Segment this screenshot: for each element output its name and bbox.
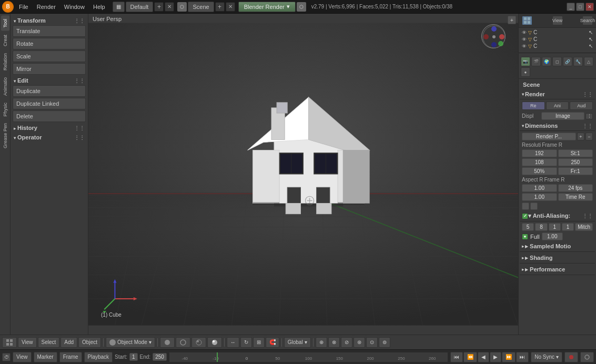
tab-relation[interactable]: Relation	[1, 50, 9, 74]
tab-animation[interactable]: Animatio	[1, 74, 9, 99]
res-x-input[interactable]: 192	[522, 149, 557, 157]
transform-btn[interactable]: ↔	[227, 337, 239, 348]
start-value[interactable]: 1	[129, 353, 138, 361]
maximize-btn[interactable]: □	[576, 3, 584, 11]
displ-value[interactable]: Image	[541, 112, 584, 120]
workspace-add-btn[interactable]: +	[154, 2, 164, 12]
render-preset-add[interactable]: +	[577, 133, 584, 140]
displ-extra-btn[interactable]: ⋮	[585, 113, 593, 119]
aa-checkbox[interactable]: ✓	[522, 213, 528, 219]
aa-render-toggle2[interactable]	[530, 203, 538, 210]
scene-props-icon[interactable]: 🎬	[531, 57, 541, 66]
edit-section-header[interactable]: ▾Edit ⋮⋮	[13, 76, 86, 85]
timeline-view-btn[interactable]: View	[13, 352, 32, 362]
sync-select[interactable]: No Sync ▾	[531, 352, 562, 362]
res-y-input[interactable]: 108	[522, 158, 557, 166]
render-menu[interactable]: Render	[33, 3, 60, 11]
nav-gizmo[interactable]	[481, 24, 508, 50]
aa-full-val[interactable]: 1.00	[542, 232, 563, 240]
timeline-marker-btn[interactable]: Marker	[34, 352, 57, 362]
modifier-icon[interactable]: 🔧	[573, 57, 583, 66]
render-preset-remove[interactable]: −	[585, 133, 593, 140]
transform-section-header[interactable]: ▾Transform ⋮⋮	[13, 16, 86, 25]
viewport-extra-btn1[interactable]: ⊕	[316, 337, 327, 348]
window-menu[interactable]: Window	[60, 3, 89, 11]
render-props-icon[interactable]: 📷	[521, 57, 530, 66]
play-reverse-btn[interactable]: ◀	[478, 352, 489, 362]
rp-tab-search[interactable]: Search	[582, 16, 593, 25]
time-remap-input[interactable]: Time Re	[558, 193, 593, 201]
scene-add-btn[interactable]: +	[215, 2, 225, 12]
aa-render-toggle[interactable]	[522, 203, 529, 210]
shading-section-header[interactable]: ▸ ▸ Shading	[520, 253, 595, 264]
rp-tab-view[interactable]: View	[552, 16, 563, 25]
tab-physics[interactable]: Physic	[1, 99, 9, 120]
next-frame-btn[interactable]: ⏩	[502, 352, 516, 362]
jump-start-btn[interactable]: ⏮	[450, 352, 463, 362]
world-props-icon[interactable]: 🌍	[542, 57, 551, 66]
outliner-item-1[interactable]: 👁 ▽ C ↖	[521, 29, 594, 36]
wireframe-btn[interactable]	[176, 337, 190, 348]
scene-close-btn[interactable]: ✕	[226, 2, 235, 12]
file-menu[interactable]: File	[15, 3, 33, 11]
asp-y-input[interactable]: 1.00	[522, 193, 557, 201]
aa-val4[interactable]: 1	[562, 223, 574, 231]
asp-x-input[interactable]: 1.00	[522, 184, 557, 192]
history-section-header[interactable]: ▸History ⋮⋮	[13, 123, 86, 133]
viewport-extra-btn2[interactable]: ⊗	[328, 337, 340, 348]
aa-val2[interactable]: 8	[535, 223, 547, 231]
help-menu[interactable]: Help	[89, 3, 109, 11]
sampled-section-header[interactable]: ▸ ▸ Sampled Motio	[520, 241, 595, 252]
viewport-icon-btn[interactable]	[2, 337, 17, 348]
viewport-extra-btn4[interactable]: ⊛	[353, 337, 365, 348]
select-menu-btn[interactable]: Select	[38, 337, 60, 348]
add-menu-btn[interactable]: Add	[60, 337, 77, 348]
tab-tool[interactable]: Tool	[1, 16, 9, 31]
viewport-extra-btn3[interactable]: ⊘	[341, 337, 352, 348]
constraint-icon[interactable]: 🔗	[563, 57, 572, 66]
render-preset-input[interactable]: Render P...	[522, 133, 576, 140]
close-btn[interactable]: ✕	[585, 3, 594, 11]
end-value[interactable]: 250	[153, 353, 167, 361]
start-input[interactable]: St:1	[558, 149, 593, 157]
mode-select[interactable]: Object Mode ▾	[106, 337, 155, 348]
material-view-btn[interactable]	[191, 337, 206, 348]
timeline-frame-btn[interactable]: Frame	[59, 352, 82, 362]
performance-section-header[interactable]: ▸ ▸ Performance	[520, 265, 595, 275]
rendered-btn[interactable]	[207, 337, 222, 348]
record-btn2[interactable]	[580, 352, 594, 362]
mirror-btn[interactable]: Mirror	[13, 63, 86, 75]
solid-view-btn[interactable]	[160, 337, 175, 348]
timeline-ruler[interactable]: -40 -10 0 50 100 150 200 250 260	[169, 352, 448, 362]
outliner-item-2[interactable]: 👁 ▽ C ↖	[521, 36, 594, 43]
outliner-item-3[interactable]: 👁 ▽ C ↖	[521, 43, 594, 49]
viewport-extra-btn6[interactable]: ⊚	[379, 337, 390, 348]
workspace-close-btn[interactable]: ✕	[165, 2, 174, 12]
tab-create[interactable]: Creat	[1, 32, 9, 49]
aa-filter[interactable]: Mitch	[575, 223, 593, 231]
delete-btn[interactable]: Delete	[13, 110, 86, 122]
rst-anim[interactable]: Ani	[546, 102, 569, 110]
data-icon[interactable]: △	[584, 57, 593, 66]
3d-viewport[interactable]: User Persp + (1) Cube	[88, 14, 518, 335]
workspace-icon-btn[interactable]: ▦	[113, 2, 125, 12]
translate-btn[interactable]: Translate	[13, 25, 86, 37]
scene-name[interactable]: Scene	[188, 2, 214, 12]
rst-aud[interactable]: Aud	[570, 102, 593, 110]
aa-val1[interactable]: 5	[522, 223, 534, 231]
frame-current-input[interactable]: Fr:1	[558, 167, 593, 175]
view-menu-btn[interactable]: View	[18, 337, 37, 348]
timeline-icon[interactable]: ⏱	[2, 353, 11, 361]
scale-btn[interactable]: Scale	[13, 50, 86, 62]
rotate-btn[interactable]: Rotate	[13, 38, 86, 49]
snap-btn[interactable]: 🧲	[266, 337, 279, 348]
record-btn1[interactable]	[564, 352, 578, 362]
operator-section-header[interactable]: ▾Operator ⋮⋮	[13, 133, 86, 142]
rst-render[interactable]: Re	[522, 102, 545, 110]
jump-end-btn[interactable]: ⏭	[516, 352, 529, 362]
tab-grease-pen[interactable]: Grease Pen	[1, 120, 9, 151]
duplicate-btn[interactable]: Duplicate	[13, 85, 86, 97]
viewport-extra-btn5[interactable]: ⊙	[366, 337, 378, 348]
scale-tool-btn[interactable]: ⊞	[253, 337, 265, 348]
minimize-btn[interactable]: _	[567, 3, 575, 11]
